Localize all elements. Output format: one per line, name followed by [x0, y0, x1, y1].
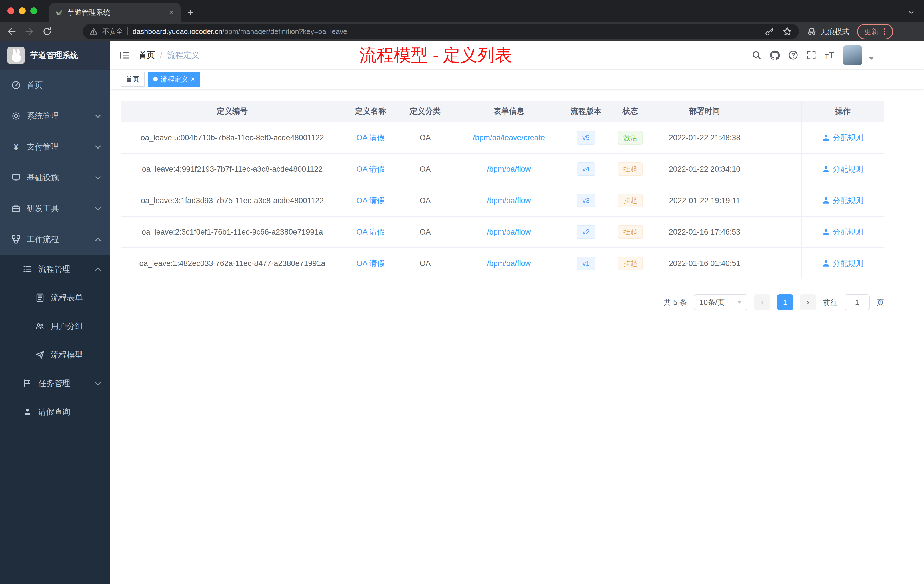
definition-name-link[interactable]: OA 请假 — [356, 164, 384, 174]
sidebar-item-dev-tools[interactable]: 研发工具 — [0, 193, 110, 224]
cell-definition-id: oa_leave:3:1fad3d93-7b75-11ec-a3c8-acde4… — [120, 185, 344, 216]
workflow-submenu: 流程管理 流程表单 用户分组 流程模型 任务管理 — [0, 255, 110, 426]
person-icon — [822, 165, 830, 173]
browser-menu-update-button[interactable]: 更新 — [857, 24, 893, 40]
cell-filler — [756, 216, 801, 247]
definition-name-link[interactable]: OA 请假 — [356, 195, 384, 206]
page-size-select[interactable]: 10条/页 — [694, 294, 747, 310]
url-path: /bpm/manager/definition?key=oa_leave — [222, 27, 347, 35]
sidebar-item-infrastructure[interactable]: 基础设施 — [0, 162, 110, 193]
zoom-window-button[interactable] — [30, 7, 37, 14]
sidebar-item-task-management[interactable]: 任务管理 — [0, 369, 110, 398]
security-label[interactable]: 不安全 — [102, 27, 123, 36]
assign-rule-link[interactable]: 分配规则 — [822, 164, 863, 174]
sidebar-item-label: 系统管理 — [27, 111, 59, 121]
form-link[interactable]: /bpm/oa/leave/create — [473, 134, 545, 142]
sidebar-item-process-management[interactable]: 流程管理 — [0, 255, 110, 284]
breadcrumb: 首页 / 流程定义 — [139, 50, 200, 61]
fullscreen-icon[interactable] — [807, 50, 816, 60]
prev-page-button[interactable]: ‹ — [754, 294, 770, 310]
close-window-button[interactable] — [7, 7, 14, 14]
browser-tab[interactable]: 芋道管理系统 × — [49, 3, 181, 22]
breadcrumb-separator: / — [160, 51, 162, 60]
sidebar-item-leave-query[interactable]: 请假查询 — [0, 398, 110, 426]
page-goto-input[interactable] — [845, 294, 870, 310]
tag-home[interactable]: 首页 — [120, 72, 145, 87]
sidebar-filler — [0, 426, 110, 584]
bookmark-star-icon[interactable] — [782, 26, 792, 36]
definition-name-link[interactable]: OA 请假 — [356, 227, 384, 237]
version-tag: v3 — [577, 194, 595, 207]
form-link[interactable]: /bpm/oa/flow — [487, 196, 531, 205]
assign-rule-link[interactable]: 分配规则 — [822, 133, 863, 143]
omnibox-right-icons — [765, 26, 792, 36]
cell-definition-id: oa_leave:5:004b710b-7b8a-11ec-8ef0-acde4… — [120, 122, 344, 153]
cell-deploy-time: 2022-01-22 19:19:11 — [653, 185, 756, 216]
password-key-icon[interactable] — [765, 26, 774, 36]
font-size-icon[interactable]: TT — [825, 51, 834, 60]
breadcrumb-home-link[interactable]: 首页 — [139, 50, 155, 61]
sidebar-item-workflow[interactable]: 工作流程 — [0, 224, 110, 255]
back-button[interactable] — [7, 26, 16, 36]
sidebar-item-system[interactable]: 系统管理 — [0, 101, 110, 132]
tag-process-definition[interactable]: 流程定义 × — [148, 72, 200, 87]
tab-close-icon[interactable]: × — [168, 8, 175, 16]
definition-name-link[interactable]: OA 请假 — [356, 258, 384, 269]
cell-category: OA — [397, 248, 453, 279]
sidebar-item-label: 请假查询 — [38, 407, 70, 417]
column-header-form: 表单信息 — [453, 101, 564, 122]
definition-name-link[interactable]: OA 请假 — [356, 133, 384, 143]
sidebar-item-payment[interactable]: ¥ 支付管理 — [0, 132, 110, 162]
cell-deploy-time: 2022-01-22 21:48:38 — [653, 122, 756, 153]
tab-list-chevron-icon[interactable] — [908, 8, 915, 16]
incognito-icon — [807, 26, 817, 36]
help-icon[interactable] — [788, 50, 798, 60]
reload-button[interactable] — [42, 26, 52, 36]
chevron-down-icon — [95, 112, 101, 118]
cell-deploy-time: 2022-01-16 01:40:51 — [653, 248, 756, 279]
sidebar-item-home[interactable]: 首页 — [0, 70, 110, 101]
cell-definition-id: oa_leave:1:482ec033-762a-11ec-8477-a2380… — [120, 248, 344, 279]
tags-view-bar: 首页 流程定义 × — [110, 70, 924, 89]
chevron-down-icon — [95, 205, 101, 211]
form-link[interactable]: /bpm/oa/flow — [487, 165, 531, 174]
avatar-caret-down-icon[interactable] — [869, 57, 874, 60]
url-text: dashboard.yudao.iocoder.cn/bpm/manager/d… — [132, 27, 347, 36]
table-header-row: 定义编号 定义名称 定义分类 表单信息 流程版本 状态 部署时间 操作 — [120, 101, 884, 122]
search-icon[interactable] — [752, 50, 761, 60]
sidebar-item-user-group[interactable]: 用户分组 — [0, 312, 110, 341]
tag-close-icon[interactable]: × — [191, 76, 195, 82]
cell-filler — [756, 248, 801, 279]
form-link[interactable]: /bpm/oa/flow — [487, 259, 531, 268]
assign-rule-link[interactable]: 分配规则 — [822, 227, 863, 237]
browser-toolbar: 不安全 dashboard.yudao.iocoder.cn/bpm/manag… — [0, 22, 924, 41]
form-link[interactable]: /bpm/oa/flow — [487, 228, 531, 237]
column-header-version: 流程版本 — [564, 101, 607, 122]
minimize-window-button[interactable] — [19, 7, 26, 14]
new-tab-button[interactable]: + — [187, 7, 194, 18]
page-1-button[interactable]: 1 — [777, 294, 793, 310]
column-header-id: 定义编号 — [120, 101, 344, 122]
sidebar-item-label: 用户分组 — [51, 321, 83, 332]
sidebar-item-process-form[interactable]: 流程表单 — [0, 284, 110, 312]
definition-table: 定义编号 定义名称 定义分类 表单信息 流程版本 状态 部署时间 操作 oa_l… — [120, 101, 884, 279]
github-icon[interactable] — [770, 50, 780, 60]
screenshot-root: 芋道管理系统 × + 不安全 dashboard.yudao.iocoder.c… — [0, 0, 924, 584]
assign-rule-link[interactable]: 分配规则 — [822, 258, 863, 269]
address-bar[interactable]: 不安全 dashboard.yudao.iocoder.cn/bpm/manag… — [83, 24, 799, 39]
forward-button[interactable] — [25, 26, 34, 36]
flag-icon — [23, 379, 32, 388]
assign-rule-link[interactable]: 分配规则 — [822, 195, 863, 206]
next-page-button[interactable]: › — [800, 294, 816, 310]
collapse-sidebar-icon[interactable] — [119, 50, 130, 60]
app-logo[interactable]: 芋道管理系统 — [0, 41, 110, 70]
sidebar-item-label: 流程模型 — [51, 350, 83, 360]
chevron-down-icon — [95, 380, 101, 385]
omnibox-divider — [127, 27, 128, 35]
chevron-down-icon — [95, 174, 101, 180]
sidebar-item-process-model[interactable]: 流程模型 — [0, 341, 110, 369]
user-avatar[interactable] — [843, 45, 862, 65]
person-icon — [23, 407, 32, 417]
cell-deploy-time: 2022-01-22 20:34:10 — [653, 154, 756, 185]
page-size-value: 10条/页 — [700, 297, 724, 307]
